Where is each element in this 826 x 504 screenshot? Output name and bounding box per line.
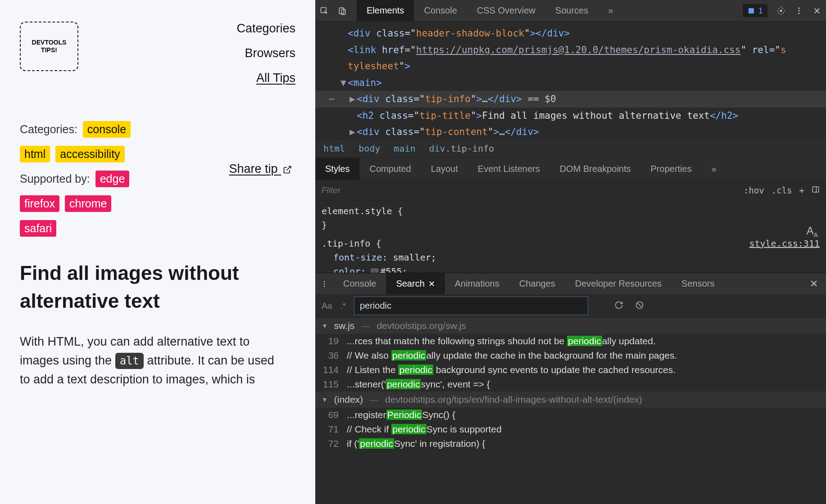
- dom-selected-node[interactable]: ⋯▶<div class="tip-info">…</div> == $0: [315, 91, 826, 108]
- kebab-menu-icon[interactable]: [790, 2, 808, 20]
- svg-point-7: [798, 13, 799, 14]
- drawer-tab-changes[interactable]: Changes: [509, 273, 565, 294]
- match-case-toggle[interactable]: Aa: [322, 301, 332, 311]
- result-line[interactable]: 114// Listen the periodic background syn…: [315, 363, 826, 377]
- issue-icon: [747, 7, 755, 15]
- drawer-tab-console[interactable]: Console: [333, 273, 386, 294]
- styles-tab-styles[interactable]: Styles: [315, 158, 359, 180]
- supported-label: Supported by:: [20, 172, 90, 185]
- nav-all-tips[interactable]: All Tips: [256, 71, 295, 85]
- styles-tab-event-listeners[interactable]: Event Listeners: [468, 158, 550, 180]
- tab-sources[interactable]: Sources: [545, 0, 598, 21]
- dom-tree[interactable]: <div class="header-shadow-block"></div> …: [315, 22, 826, 139]
- svg-point-5: [798, 7, 799, 9]
- tab-elements[interactable]: Elements: [357, 0, 414, 21]
- svg-rect-8: [812, 187, 819, 192]
- nav-categories[interactable]: Categories: [236, 22, 295, 36]
- hov-toggle[interactable]: :hov: [744, 185, 764, 195]
- tag-console[interactable]: console: [83, 121, 131, 138]
- nav-browsers[interactable]: Browsers: [245, 46, 295, 60]
- settings-icon[interactable]: [772, 2, 790, 20]
- styles-filter-bar: :hov .cls +: [315, 180, 826, 201]
- share-tip-link[interactable]: Share tip: [229, 162, 292, 176]
- refresh-icon[interactable]: [614, 301, 623, 311]
- close-drawer-icon[interactable]: ✕: [802, 278, 826, 290]
- svg-rect-3: [749, 8, 754, 14]
- svg-point-10: [324, 281, 325, 282]
- result-line[interactable]: 69...registerPeriodicSync() {: [315, 408, 826, 422]
- tag-accessibility[interactable]: accessibility: [55, 146, 124, 162]
- result-file-header[interactable]: ▼sw.js—devtoolstips.org/sw.js: [315, 318, 826, 334]
- search-bar: Aa .*: [315, 294, 826, 318]
- result-line[interactable]: 19...rces that match the following strin…: [315, 334, 826, 348]
- devtools-toolbar: Elements Console CSS Overview Sources » …: [315, 0, 826, 22]
- result-line[interactable]: 115...stener('periodicsync', event => {: [315, 377, 826, 392]
- tag-safari[interactable]: safari: [20, 220, 56, 237]
- result-line[interactable]: 36// We also periodically update the cac…: [315, 348, 826, 363]
- styles-tab-properties[interactable]: Properties: [641, 158, 702, 180]
- result-file-header[interactable]: ▼(index)—devtoolstips.org/tips/en/find-a…: [315, 392, 826, 408]
- categories-label: Categories:: [20, 123, 77, 136]
- drawer-tab-sensors[interactable]: Sensors: [672, 273, 724, 294]
- tab-css-overview[interactable]: CSS Overview: [467, 0, 545, 21]
- styles-filter-input[interactable]: [322, 185, 744, 195]
- crumb-body[interactable]: body: [359, 143, 380, 154]
- tag-firefox[interactable]: firefox: [20, 195, 59, 212]
- close-tab-icon[interactable]: ✕: [428, 279, 435, 289]
- devtools-pane: Elements Console CSS Overview Sources » …: [315, 0, 826, 504]
- drawer-menu-icon[interactable]: [315, 275, 333, 293]
- tag-chrome[interactable]: chrome: [65, 195, 111, 212]
- regex-toggle[interactable]: .*: [340, 301, 346, 311]
- issues-count: 1: [758, 6, 763, 15]
- clear-icon[interactable]: [635, 301, 644, 311]
- result-line[interactable]: 72if ('periodicSync' in registration) {: [315, 436, 826, 451]
- font-editor-icon[interactable]: AA: [807, 222, 818, 240]
- share-tip-label: Share tip: [229, 162, 277, 176]
- issues-badge[interactable]: 1: [743, 4, 767, 17]
- primary-nav: Categories Browsers All Tips: [236, 22, 295, 85]
- tab-console[interactable]: Console: [414, 0, 467, 21]
- sidebar-toggle-icon[interactable]: [812, 185, 820, 195]
- styles-tab-layout[interactable]: Layout: [421, 158, 468, 180]
- new-rule-icon[interactable]: +: [799, 185, 804, 195]
- crumb-div[interactable]: div.tip-info: [429, 143, 495, 154]
- drawer-tabs: Console Search✕ Animations Changes Devel…: [315, 273, 826, 294]
- drawer-tab-developer-resources[interactable]: Developer Resources: [565, 273, 672, 294]
- body-paragraph: With HTML, you can add alternative text …: [20, 333, 281, 389]
- css-rules[interactable]: element.style { } AA .tip-info { style.c…: [315, 201, 826, 273]
- color-swatch[interactable]: [371, 269, 378, 273]
- page-title: Find all images without alternative text: [20, 259, 245, 315]
- styles-tabs-more-icon[interactable]: »: [702, 158, 726, 180]
- tag-html[interactable]: html: [20, 146, 50, 162]
- svg-point-11: [324, 283, 325, 284]
- svg-point-12: [324, 285, 325, 287]
- crumb-main[interactable]: main: [394, 143, 415, 154]
- breadcrumb: html body main div.tip-info: [315, 139, 826, 158]
- result-line[interactable]: 71// Check if periodicSync is supported: [315, 422, 826, 436]
- tabs-more-icon[interactable]: »: [598, 0, 623, 21]
- search-results: ▼sw.js—devtoolstips.org/sw.js19...rces t…: [315, 318, 826, 504]
- code-alt: alt: [115, 353, 144, 369]
- external-link-icon: [283, 165, 292, 174]
- drawer-tab-animations[interactable]: Animations: [445, 273, 509, 294]
- styles-tabs: Styles Computed Layout Event Listeners D…: [315, 158, 826, 180]
- search-input[interactable]: [354, 297, 588, 315]
- svg-point-4: [780, 9, 782, 12]
- tag-edge[interactable]: edge: [95, 171, 130, 187]
- svg-point-6: [798, 10, 799, 11]
- page-content: DEVTOOLS TIPS! Categories Browsers All T…: [0, 0, 315, 504]
- inspect-element-icon[interactable]: [315, 2, 333, 20]
- styles-tab-computed[interactable]: Computed: [359, 158, 421, 180]
- crumb-html[interactable]: html: [323, 143, 345, 154]
- styles-tab-dom-breakpoints[interactable]: DOM Breakpoints: [550, 158, 641, 180]
- drawer-tab-search[interactable]: Search✕: [386, 273, 445, 294]
- close-devtools-icon[interactable]: [808, 2, 826, 20]
- cls-toggle[interactable]: .cls: [772, 185, 792, 195]
- site-logo[interactable]: DEVTOOLS TIPS!: [20, 22, 78, 71]
- device-toolbar-icon[interactable]: [333, 2, 351, 20]
